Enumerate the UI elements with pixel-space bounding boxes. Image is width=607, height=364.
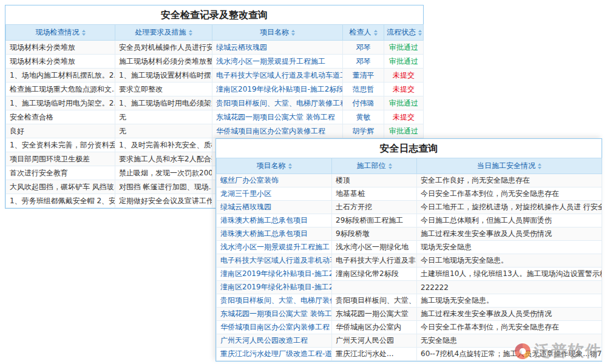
inspector-name[interactable]: 董清平 [343,69,384,83]
handling-measures: 安全员对机械操作人员进行安全... [115,41,212,55]
column-header-label: 项目名称 [260,28,289,36]
safety-log-table: 项目名称施工部位当日施工安全情况 螺丝厂办公室装饰楼顶安全工作良好，尚无安全隐患… [216,158,602,361]
inspection-row: 1、场地内施工材料乱摆乱放。2...1、施工现场设置材料临时摆...电子科技大学… [6,69,424,83]
project-name-link[interactable]: 广州天河人民公园改造工程 [217,334,332,348]
status-badge: 审批通过 [384,124,424,138]
table-body: 螺丝厂办公室装饰楼顶安全工作良好，尚无安全隐患存在龙湖三千里小区地基基桩今日安全… [217,174,602,361]
log-row: 港珠澳大桥施工总承包项目9标段桥墩施工过程未发生安全事故及人员受伤情况 [217,228,602,241]
project-name-link[interactable]: 东城花园一期项目公寓大堂 装饰工程 [217,308,332,321]
inspection-situation: 现场材料未分类堆放 [6,41,115,55]
daily-safety-status: 施工过程未发生安全事故及人员受伤情况 [417,228,602,241]
inspector-name[interactable]: 付伟璐 [343,96,384,110]
column-header[interactable]: 流程状态 [384,25,424,41]
inspection-row: 良好无华侨城项目南区办公室内装修工程胡学辉审批通过 [6,124,424,138]
log-row: 潼南区2019年绿化补贴项目-施工2标段潼南区绿化带2标段土建班组10人，绿化班… [217,268,602,281]
column-header-label: 现场检查情况 [36,28,80,36]
inspector-name[interactable]: 范思哲 [343,83,384,96]
project-name-link[interactable]: 华侨城项目南区办公室内装修工程 [212,124,343,138]
panel-title: 安全检查记录及整改查询 [5,5,423,24]
construction-part: 地基基桩 [332,187,417,201]
inspection-row: 安全检查合格无东城花园一期项目公寓大堂 装饰工程黄敏未提交 [6,110,424,124]
project-name-link[interactable]: 潼南区2019年绿化补贴项目-施工2标段 [217,268,332,281]
status-badge: 未提交 [384,110,424,124]
project-name-link[interactable]: 龙湖三千里小区 [217,187,332,201]
column-header-label: 施工部位 [357,161,386,170]
project-name-link[interactable]: 绿城云栖玫瑰园 [217,201,332,214]
daily-safety-status: 今日工地现场无安全隐患。 [417,254,602,268]
construction-part: 潼南区绿化带2标段 [332,268,417,281]
project-name-link[interactable]: 浅水湾小区一期景观提升工程施工 [212,55,343,69]
status-badge: 审批通过 [384,41,424,55]
status-badge: 审批通过 [384,55,424,69]
project-name-link[interactable]: 绿城云栖玫瑰园 [212,41,343,55]
project-name-link[interactable]: 港珠澳大桥施工总承包项目 [217,228,332,241]
handling-measures: 禁止吸烟，发现一次罚款2000... [115,166,212,180]
sort-icon [418,30,422,36]
construction-part: 楼顶 [332,174,417,187]
handling-measures: 1、施工现场临时用电必须架空... [115,96,212,110]
handling-measures: 要求施工人员和水车2人配合整... [115,152,212,166]
column-header[interactable]: 施工部位 [332,158,417,174]
project-name-link[interactable]: 浅水湾小区一期景观提升工程施工 [217,241,332,254]
project-name-link[interactable]: 电子科技大学区域人行道及非机动车道工程 [217,254,332,268]
daily-safety-status: 施工现场无安全隐患。 [417,294,602,308]
project-name-link[interactable]: 东城花园一期项目公寓大堂 装饰工程 [212,110,343,124]
inspection-situation: 安全检查合格 [6,110,115,124]
handling-measures: 定期做好安全会议及宣讲工作 [115,194,212,208]
daily-safety-status: 施工过程未发生安全事故及人员受伤情况 [417,308,602,321]
project-name-link[interactable]: 港珠澳大桥施工总承包项目 [217,214,332,228]
table-header-row: 项目名称施工部位当日施工安全情况 [217,158,602,174]
construction-part: 重庆江北污水处... [332,348,417,361]
column-header[interactable]: 项目名称 [212,25,343,41]
column-header[interactable]: 当日施工安全情况 [417,158,602,174]
project-name-link[interactable]: 华侨城项目南区办公室内装修工程 [217,321,332,334]
column-header[interactable]: 检查人 [343,25,384,41]
log-row: 龙湖三千里小区地基基桩今日安全工作基本到位，尚无安全隐患存在 [217,187,602,201]
column-header-label: 处理要求及措施 [135,28,186,36]
sort-icon [388,163,392,169]
project-name-link[interactable]: 贵阳项目样板间、大堂、电梯厅装修工程 [212,96,343,110]
safety-log-panel: 安全日志查询 项目名称施工部位当日施工安全情况 螺丝厂办公室装饰楼顶安全工作良好… [215,138,602,362]
construction-part: 贵阳项目样板间、大堂、... [332,294,417,308]
log-row: 贵阳项目样板间、大堂、电梯厅装修工程贵阳项目样板间、大堂、...施工现场无安全隐… [217,294,602,308]
inspector-name[interactable]: 胡学辉 [343,124,384,138]
log-row: 电子科技大学区域人行道及非机动车道工程电子科技大学人行道及非...今日工地现场无… [217,254,602,268]
column-header[interactable]: 项目名称 [217,158,332,174]
log-row: 华侨城项目南区办公室内装修工程华侨城南区办公室内今日安全工作基本到位，尚无安全隐… [217,321,602,334]
inspector-name[interactable]: 邓琴 [343,55,384,69]
column-header-label: 当日施工安全情况 [477,161,535,170]
status-badge: 审批通过 [384,96,424,110]
daily-safety-status: 今日工地开工，旋挖机进场，对旋挖机操作人员进 行安全技术... [417,201,602,214]
column-header-label: 检查人 [350,28,371,36]
inspector-name[interactable]: 邓琴 [343,41,384,55]
handling-measures: 施工现场材料必须分类堆放整齐... [115,55,212,69]
status-badge: 未提交 [384,83,424,96]
column-header[interactable]: 处理要求及措施 [115,25,212,41]
column-header[interactable]: 现场检查情况 [6,25,115,41]
project-name-link[interactable]: 潼南区2019年绿化补贴项目-施工2标段 [212,83,343,96]
construction-part: 广州天河人民公园 [332,334,417,348]
column-header-label: 项目名称 [257,161,286,170]
project-name-link[interactable]: 电子科技大学区域人行道及非机动车道工程 [212,69,343,83]
log-row: 螺丝厂办公室装饰楼顶安全工作良好，尚无安全隐患存在 [217,174,602,187]
construction-part: 浅水湾小区一期绿化地 [332,241,417,254]
project-name-link[interactable]: 螺丝厂办公室装饰 [217,174,332,187]
inspector-name[interactable]: 黄敏 [343,110,384,124]
handling-measures: 要求立即整改 [115,83,212,96]
daily-safety-status: 今日安全工作基本到位，尚无安全隐患存在 [417,187,602,201]
daily-safety-status: 现场无安全隐患 [417,241,602,254]
inspection-situation: 项目部周围环境卫生极差 [6,152,115,166]
inspection-situation: 大风吹起围挡，碾坏铲车 风挡玻... [6,180,115,194]
panel-title: 安全日志查询 [216,139,602,158]
handling-measures: 对围挡 帐篷进行加固、现场... [115,180,212,194]
construction-part: 土石方开挖 [332,201,417,214]
project-name-link[interactable]: 重庆江北污水处理厂级改造工程-道路修复 [217,348,332,361]
project-name-link[interactable]: 潼南区2019年绿化补贴项目-施工2标段 [217,281,332,294]
daily-safety-status: 今日安全工作基本到位，尚无安全隐患存在 [417,321,602,334]
sort-icon [189,30,192,36]
daily-safety-status: 安全工作良好，尚无安全隐患存在 [417,174,602,187]
handling-measures: 无 [115,124,212,138]
status-badge: 未提交 [384,69,424,83]
project-name-link[interactable]: 贵阳项目样板间、大堂、电梯厅装修工程 [217,294,332,308]
log-row: 浅水湾小区一期景观提升工程施工浅水湾小区一期绿化地现场无安全隐患 [217,241,602,254]
